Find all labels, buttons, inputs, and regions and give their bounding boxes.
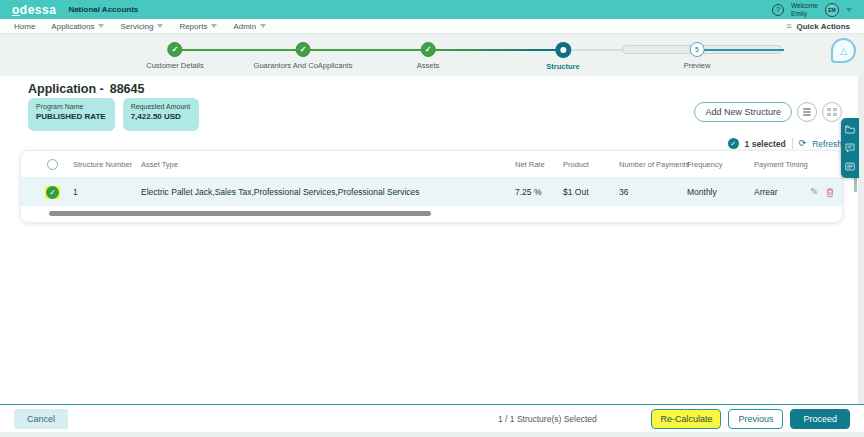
nav-label: Servicing xyxy=(120,22,153,31)
application-window: odessa National Accounts ? Welcome Emily… xyxy=(0,0,864,437)
row-actions: ✎ xyxy=(808,187,842,198)
stepper-line-preview xyxy=(700,49,784,51)
selected-count: 1 selected xyxy=(745,139,786,149)
footer-bar: Cancel 1 / 1 Structure(s) Selected Re-Ca… xyxy=(0,404,864,432)
edit-icon[interactable]: ✎ xyxy=(810,187,818,197)
nav-label: Home xyxy=(14,22,35,31)
add-new-structure-button[interactable]: Add New Structure xyxy=(694,102,792,122)
quick-actions-label: Quick Actions xyxy=(797,22,851,31)
nav-label: Applications xyxy=(51,22,94,31)
step-label: Preview xyxy=(684,61,711,70)
user-avatar[interactable]: EM xyxy=(825,3,839,17)
check-icon: ✓ xyxy=(168,42,183,57)
column-header[interactable]: Frequency xyxy=(687,160,754,169)
row-highlight: ✓ xyxy=(45,186,60,199)
nav-item-admin[interactable]: Admin xyxy=(233,22,266,31)
grid-view-icon xyxy=(827,108,837,117)
nav-item-home[interactable]: Home xyxy=(14,22,35,31)
step-customer-details[interactable]: ✓ Customer Details xyxy=(146,42,204,70)
nav-item-reports[interactable]: Reports xyxy=(179,22,217,31)
table-row[interactable]: ✓ 1 Electric Pallet Jack,Sales Tax,Profe… xyxy=(21,177,842,206)
welcome-line1: Welcome xyxy=(791,2,818,9)
page-title: Application -88645 xyxy=(28,82,144,96)
summary-cards: Program Name PUBLISHED RATE Requested Am… xyxy=(28,98,199,131)
cell-net-rate: 7.25 % xyxy=(515,187,563,197)
nav-item-servicing[interactable]: Servicing xyxy=(120,22,163,31)
cell-structure-number: 1 xyxy=(73,187,141,197)
list-view-icon xyxy=(803,108,811,116)
hamburger-icon: ≡ xyxy=(786,22,791,31)
card-value: 7,422.50 USD xyxy=(131,112,191,121)
product-name: National Accounts xyxy=(68,5,138,14)
card-label: Requested Amount xyxy=(131,103,191,110)
step-preview[interactable]: 5 Preview xyxy=(684,42,711,70)
documents-folder-icon[interactable] xyxy=(845,125,855,134)
cell-asset-type: Electric Pallet Jack,Sales Tax,Professio… xyxy=(141,187,515,197)
cell-product: $1 Out xyxy=(563,187,619,197)
page-title-prefix: Application - xyxy=(28,82,104,96)
selection-summary: 1 / 1 Structure(s) Selected xyxy=(498,414,597,424)
odessa-logo[interactable]: odessa xyxy=(12,4,56,16)
main-nav: Home Applications Servicing Reports Admi… xyxy=(0,19,864,34)
horizontal-scrollbar[interactable] xyxy=(49,211,431,216)
chevron-down-icon xyxy=(157,24,163,28)
help-icon[interactable]: ? xyxy=(772,4,784,16)
delete-icon[interactable] xyxy=(825,187,835,198)
table-header-row: Structure Number Asset Type Net Rate Pro… xyxy=(21,151,842,177)
top-bar-right: ? Welcome Emily EM xyxy=(772,2,852,17)
user-menu-chevron-down-icon[interactable] xyxy=(846,8,852,12)
stepper-line-active xyxy=(431,49,557,51)
checklist-icon[interactable] xyxy=(845,162,855,171)
cancel-button[interactable]: Cancel xyxy=(14,409,68,429)
nav-item-applications[interactable]: Applications xyxy=(51,22,104,31)
step-structure[interactable]: Structure xyxy=(546,42,579,71)
chevron-down-icon xyxy=(98,24,104,28)
recalculate-button[interactable]: Re-Calculate xyxy=(651,409,721,429)
column-header[interactable]: Number of Payments xyxy=(619,160,687,169)
column-header[interactable]: Net Rate xyxy=(515,160,563,169)
step-guarantors-coapplicants[interactable]: ✓ Guarantors And CoApplicants xyxy=(254,42,353,70)
list-view-button[interactable] xyxy=(797,102,817,122)
selected-check-icon: ✓ xyxy=(728,138,739,149)
cell-number-of-payments: 36 xyxy=(619,187,687,197)
structure-toolbar: Add New Structure xyxy=(694,102,842,122)
cell-payment-timing: Arrear xyxy=(754,187,808,197)
welcome-line2: Emily xyxy=(791,10,818,17)
step-assets[interactable]: ✓ Assets xyxy=(417,42,440,70)
active-step-dot xyxy=(555,42,571,58)
chevron-down-icon xyxy=(211,24,217,28)
side-panel-tabs xyxy=(841,118,859,178)
divider xyxy=(792,138,793,149)
step-label: Customer Details xyxy=(146,61,204,70)
previous-button[interactable]: Previous xyxy=(728,409,783,429)
column-header[interactable]: Payment Timing xyxy=(754,160,808,169)
comments-icon[interactable] xyxy=(845,143,855,153)
column-header[interactable]: Product xyxy=(563,160,619,169)
column-header[interactable]: Asset Type xyxy=(141,160,515,169)
structures-table: Structure Number Asset Type Net Rate Pro… xyxy=(20,150,843,223)
nav-label: Admin xyxy=(233,22,256,31)
selection-bar: ✓ 1 selected ⟳ Refresh xyxy=(728,138,842,149)
requested-amount-card: Requested Amount 7,422.50 USD xyxy=(123,98,200,131)
card-label: Program Name xyxy=(36,103,106,110)
refresh-icon: ⟳ xyxy=(799,139,807,148)
card-value: PUBLISHED RATE xyxy=(36,112,106,121)
application-number: 88645 xyxy=(110,82,145,96)
top-bar: odessa National Accounts ? Welcome Emily… xyxy=(0,0,864,19)
proceed-button[interactable]: Proceed xyxy=(790,409,850,429)
cell-frequency: Monthly xyxy=(687,187,754,197)
select-all-radio[interactable] xyxy=(47,159,58,170)
step-label: Guarantors And CoApplicants xyxy=(254,61,353,70)
row-selected-check-icon[interactable]: ✓ xyxy=(46,186,59,199)
welcome-text: Welcome Emily xyxy=(791,2,818,17)
check-icon: ✓ xyxy=(420,42,435,57)
card-view-button[interactable] xyxy=(822,102,842,122)
wizard-stepper: ✓ Customer Details ✓ Guarantors And CoAp… xyxy=(0,34,864,76)
step-number: 5 xyxy=(690,42,705,57)
quick-actions[interactable]: ≡ Quick Actions xyxy=(786,22,850,31)
assistant-bubble-icon[interactable]: △ xyxy=(831,38,856,63)
check-icon: ✓ xyxy=(296,42,311,57)
step-label: Structure xyxy=(546,62,579,71)
refresh-button[interactable]: Refresh xyxy=(812,139,842,149)
column-header[interactable]: Structure Number xyxy=(73,160,141,169)
